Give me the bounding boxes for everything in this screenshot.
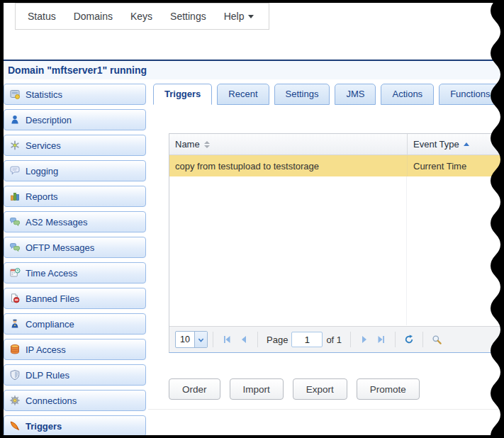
caret-down-icon	[248, 15, 254, 18]
domain-title: Domain "mftserver1" running	[4, 61, 504, 76]
tab-bar: Triggers Recent Settings JMS Actions Fun…	[153, 84, 502, 105]
tab-triggers[interactable]: Triggers	[153, 84, 212, 105]
statistics-icon	[9, 89, 21, 100]
sidebar-item-oftp-messages[interactable]: OFTP Messages	[4, 237, 146, 258]
sidebar-item-services[interactable]: Services	[4, 135, 146, 156]
tab-recent[interactable]: Recent	[217, 84, 269, 105]
calendar-clock-icon	[9, 267, 21, 279]
user-icon	[9, 114, 21, 125]
grid-empty-area	[169, 176, 503, 325]
pagination-toolbar: 10 Page of 1	[169, 326, 503, 352]
sidebar-item-label: Logging	[26, 166, 58, 176]
next-page-icon	[359, 335, 369, 344]
sort-ascending-icon	[464, 142, 469, 146]
toolbar-separator	[213, 332, 213, 347]
menu-item-status[interactable]: Status	[28, 11, 56, 22]
sidebar-item-label: Connections	[26, 395, 77, 406]
sidebar: Statistics Description Services Logging …	[4, 84, 146, 435]
sidebar-item-description[interactable]: Description	[4, 109, 146, 130]
page-number-input[interactable]	[291, 332, 323, 347]
sidebar-item-ip-access[interactable]: IP Access	[4, 339, 146, 360]
sidebar-item-statistics[interactable]: Statistics	[4, 84, 146, 105]
sidebar-item-connections[interactable]: Connections	[4, 390, 146, 411]
select-dropdown-button[interactable]	[194, 332, 207, 347]
sidebar-item-label: Time Access	[26, 268, 77, 279]
panel-bottom-divider	[148, 409, 504, 410]
chevron-down-icon	[197, 336, 205, 344]
first-page-icon	[222, 335, 232, 344]
sidebar-item-compliance[interactable]: Compliance	[4, 313, 146, 335]
column-label: Event Type	[413, 139, 459, 150]
menubar: Status Domains Keys Settings Help	[15, 3, 269, 30]
menu-item-settings[interactable]: Settings	[170, 11, 206, 22]
menu-item-label: Settings	[170, 11, 206, 22]
sidebar-item-as2-messages[interactable]: AS2 Messages	[4, 211, 146, 232]
promote-button[interactable]: Promote	[357, 378, 420, 400]
app-window: Status Domains Keys Settings Help Domain…	[0, 0, 504, 438]
refresh-icon	[404, 335, 414, 344]
shield-icon	[9, 369, 21, 381]
sort-unsorted-icon	[204, 141, 210, 148]
toolbar-separator	[350, 332, 351, 347]
sidebar-item-label: DLP Rules	[26, 370, 69, 381]
first-page-button[interactable]	[220, 332, 234, 347]
sidebar-item-label: AS2 Messages	[26, 217, 87, 228]
page-label: Page	[267, 335, 288, 345]
tab-actions[interactable]: Actions	[381, 84, 434, 105]
action-button-row: Order Import Export Promote	[169, 378, 420, 400]
export-button[interactable]: Export	[293, 378, 347, 400]
tab-functions[interactable]: Functions	[439, 84, 501, 105]
sidebar-item-label: IP Access	[26, 344, 66, 355]
search-button[interactable]	[430, 332, 444, 347]
sidebar-item-label: OFTP Messages	[26, 242, 94, 253]
menu-item-domains[interactable]: Domains	[74, 11, 113, 22]
menu-item-label: Help	[224, 11, 245, 22]
prev-page-button[interactable]	[237, 332, 251, 347]
table-row-selected[interactable]: copy from testupload to teststorage Curr…	[169, 155, 503, 177]
messages-icon	[9, 242, 21, 253]
menu-item-help[interactable]: Help	[224, 11, 254, 22]
banned-file-icon	[9, 293, 21, 304]
column-header-event-type[interactable]: Event Type	[407, 134, 503, 155]
triggers-grid: Name Event Type copy from testupload to …	[169, 133, 504, 353]
tab-settings[interactable]: Settings	[274, 84, 330, 105]
sidebar-item-label: Banned Files	[26, 293, 79, 304]
sidebar-item-banned-files[interactable]: Banned Files	[4, 288, 146, 309]
last-page-icon	[376, 335, 386, 344]
prev-page-icon	[239, 335, 249, 344]
domain-title-bar: Domain "mftserver1" running	[4, 60, 504, 79]
services-icon	[9, 140, 21, 151]
search-icon	[432, 335, 442, 344]
page-size-value: 10	[176, 332, 194, 347]
column-header-name[interactable]: Name	[169, 134, 407, 155]
sidebar-item-label: Reports	[26, 191, 58, 202]
page-of-label: of 1	[326, 335, 342, 345]
sidebar-item-reports[interactable]: Reports	[4, 186, 146, 207]
toolbar-separator	[422, 332, 423, 347]
column-divider	[406, 176, 407, 325]
grid-header: Name Event Type	[169, 134, 503, 155]
trigger-icon	[9, 420, 21, 432]
messages-icon	[9, 216, 21, 228]
menu-item-label: Keys	[130, 11, 152, 22]
sidebar-item-label: Services	[26, 140, 61, 151]
last-page-button[interactable]	[374, 332, 388, 347]
sidebar-item-dlp-rules[interactable]: DLP Rules	[4, 364, 146, 386]
gear-icon	[9, 395, 21, 406]
menu-item-label: Status	[28, 11, 56, 22]
tab-jms[interactable]: JMS	[335, 84, 376, 105]
next-page-button[interactable]	[357, 332, 371, 347]
menu-item-label: Domains	[74, 11, 113, 22]
sidebar-item-logging[interactable]: Logging	[4, 160, 146, 181]
sidebar-item-label: Triggers	[26, 421, 62, 432]
toolbar-separator	[257, 332, 258, 347]
sidebar-item-triggers[interactable]: Triggers	[4, 415, 146, 435]
column-label: Name	[175, 139, 200, 150]
page-size-select[interactable]: 10	[175, 331, 208, 348]
refresh-button[interactable]	[402, 332, 416, 347]
ip-database-icon	[9, 344, 21, 355]
order-button[interactable]: Order	[169, 378, 220, 400]
import-button[interactable]: Import	[230, 378, 284, 400]
sidebar-item-time-access[interactable]: Time Access	[4, 262, 146, 283]
menu-item-keys[interactable]: Keys	[130, 11, 152, 22]
